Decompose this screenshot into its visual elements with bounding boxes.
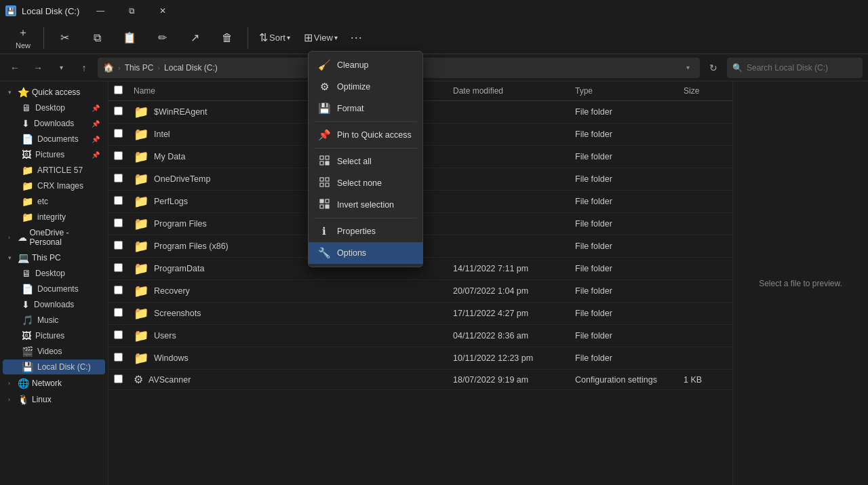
row-check-2[interactable]: [114, 151, 123, 160]
row-checkbox-4[interactable]: [108, 191, 128, 213]
more-button[interactable]: ···: [346, 27, 368, 49]
row-checkbox-7[interactable]: [108, 258, 128, 280]
row-type-0: File folder: [570, 101, 678, 123]
search-input[interactable]: [747, 63, 857, 73]
sidebar-item-article57[interactable]: 📁 ARTICLE 57: [3, 163, 105, 178]
cm-cleanup[interactable]: 🧹 Cleanup: [309, 54, 422, 76]
copy-button[interactable]: ⧉: [82, 29, 112, 47]
file-name-text-7: ProgramData: [154, 264, 204, 273]
quickaccess-arrow-icon: ▾: [8, 89, 15, 96]
row-check-7[interactable]: [114, 263, 123, 272]
sidebar-item-documents-quick[interactable]: 📄 Documents 📌: [3, 132, 105, 147]
row-type-7: File folder: [570, 258, 678, 280]
row-check-5[interactable]: [114, 218, 123, 227]
dropdown-button[interactable]: ▾: [52, 58, 71, 77]
sidebar-item-integrity[interactable]: 📁 integrity: [3, 210, 105, 225]
row-checkbox-8[interactable]: [108, 280, 128, 303]
row-check-8[interactable]: [114, 286, 123, 294]
table-row[interactable]: ⚙ AVScanner 18/07/2022 9:19 am Configura…: [108, 370, 732, 390]
sidebar-item-crximg[interactable]: 📁 CRX Images: [3, 178, 105, 193]
row-check-10[interactable]: [114, 330, 123, 339]
sidebar-item-pictures-pc[interactable]: 🖼 Pictures: [3, 328, 105, 343]
row-checkbox-2[interactable]: [108, 146, 128, 168]
cut-button[interactable]: ✂: [50, 28, 79, 47]
row-checkbox-6[interactable]: [108, 235, 128, 258]
row-checkbox-10[interactable]: [108, 325, 128, 347]
sidebar-item-downloads-quick[interactable]: ⬇ Downloads 📌: [3, 116, 105, 131]
minimize-button[interactable]: —: [85, 0, 116, 22]
sidebar-item-music-pc[interactable]: 🎵 Music: [3, 313, 105, 328]
cm-invert[interactable]: Invert selection: [309, 194, 422, 216]
sidebar-item-documents-pc[interactable]: 📄 Documents: [3, 282, 105, 296]
cm-select-all[interactable]: Select all: [309, 151, 422, 172]
row-checkbox-11[interactable]: [108, 347, 128, 370]
row-check-12[interactable]: [114, 374, 123, 383]
cm-options[interactable]: 🔧 Options: [309, 242, 422, 264]
row-type-10: File folder: [570, 325, 678, 347]
delete-button[interactable]: 🗑: [212, 29, 242, 47]
rename-button[interactable]: ✏: [147, 28, 177, 47]
row-check-4[interactable]: [114, 196, 123, 205]
addr-local-disk[interactable]: Local Disk (C:): [164, 63, 218, 73]
row-checkbox-12[interactable]: [108, 370, 128, 390]
row-check-3[interactable]: [114, 174, 123, 182]
row-name-9: 📁 Screenshots: [128, 303, 448, 325]
row-checkbox-1[interactable]: [108, 123, 128, 146]
file-name-text-0: $WinREAgent: [154, 107, 208, 117]
row-check-9[interactable]: [114, 308, 123, 317]
row-check-1[interactable]: [114, 129, 123, 138]
sidebar-item-videos-pc[interactable]: 🎬 Videos: [3, 344, 105, 359]
col-checkbox[interactable]: [108, 81, 128, 101]
vids-pc-icon: 🎬: [22, 346, 33, 357]
sidebar-quickaccess-header[interactable]: ▾ ⭐ Quick access: [3, 85, 105, 100]
addr-this-pc[interactable]: This PC: [125, 63, 154, 73]
table-row[interactable]: 📁 Recovery 20/07/2022 1:04 pm File folde…: [108, 280, 732, 303]
select-all-checkbox[interactable]: [114, 85, 123, 94]
row-checkbox-3[interactable]: [108, 168, 128, 191]
col-date-header[interactable]: Date modified: [448, 81, 570, 101]
row-check-6[interactable]: [114, 241, 123, 250]
row-checkbox-5[interactable]: [108, 213, 128, 235]
sidebar-item-desktop-quick[interactable]: 🖥 Desktop 📌: [3, 100, 105, 115]
up-button[interactable]: ↑: [75, 58, 94, 77]
sidebar-item-downloads-pc[interactable]: ⬇ Downloads: [3, 297, 105, 312]
col-type-header[interactable]: Type: [570, 81, 678, 101]
row-checkbox-0[interactable]: [108, 101, 128, 123]
col-size-header[interactable]: Size: [678, 81, 732, 101]
table-row[interactable]: 📁 Screenshots 17/11/2022 4:27 pm File fo…: [108, 303, 732, 325]
sidebar-linux-header[interactable]: › 🐧 Linux: [3, 392, 105, 407]
sidebar-thispc-header[interactable]: ▾ 💻 This PC: [3, 250, 105, 265]
row-date-9: 17/11/2022 4:27 pm: [448, 303, 570, 325]
sidebar-onedrive-header[interactable]: › ☁ OneDrive - Personal: [3, 226, 105, 249]
sort-button[interactable]: ⇅ Sort ▾: [254, 28, 296, 47]
cm-properties[interactable]: ℹ Properties: [309, 220, 422, 242]
sidebar-item-desktop-pc[interactable]: 🖥 Desktop: [3, 266, 105, 281]
cm-select-none[interactable]: Select none: [309, 172, 422, 194]
addr-expand-icon[interactable]: ▾: [681, 61, 694, 75]
back-button[interactable]: ←: [5, 58, 24, 77]
cm-pin[interactable]: 📌 Pin to Quick access: [309, 124, 422, 146]
paste-button[interactable]: 📋: [115, 28, 144, 47]
row-checkbox-9[interactable]: [108, 303, 128, 325]
file-name-text-10: Users: [154, 331, 176, 341]
cm-optimize[interactable]: ⚙ Optimize: [309, 76, 422, 98]
row-check-0[interactable]: [114, 106, 123, 115]
cm-format[interactable]: 💾 Format: [309, 98, 422, 119]
refresh-button[interactable]: ↻: [704, 58, 723, 77]
restore-button[interactable]: ⧉: [116, 0, 147, 22]
view-button[interactable]: ⊞ View ▾: [298, 28, 343, 47]
table-row[interactable]: 📁 Users 04/11/2022 8:36 am File folder: [108, 325, 732, 347]
search-bar[interactable]: 🔍: [727, 58, 863, 78]
preview-pane: Select a file to preview.: [732, 81, 868, 485]
table-row[interactable]: 📁 Windows 10/11/2022 12:23 pm File folde…: [108, 347, 732, 370]
sidebar-item-etc[interactable]: 📁 etc: [3, 194, 105, 209]
sidebar-item-pictures-quick[interactable]: 🖼 Pictures 📌: [3, 147, 105, 162]
sidebar-network-header[interactable]: › 🌐 Network: [3, 376, 105, 391]
new-button[interactable]: ＋ New: [8, 23, 38, 52]
row-check-11[interactable]: [114, 353, 123, 362]
share-button[interactable]: ↗: [180, 28, 210, 47]
sidebar-item-localdisk[interactable]: 💾 Local Disk (C:): [3, 360, 105, 374]
forward-button[interactable]: →: [28, 58, 47, 77]
close-button[interactable]: ✕: [147, 0, 178, 22]
row-date-1: [448, 123, 570, 146]
